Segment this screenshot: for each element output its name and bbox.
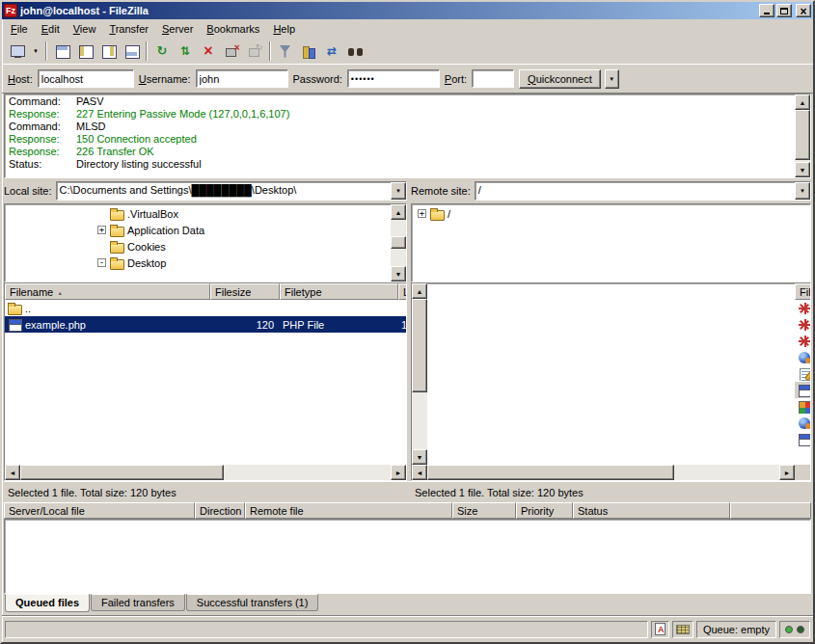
scrollbar-track[interactable] — [412, 299, 427, 449]
cancel-button[interactable] — [197, 40, 220, 63]
queue-column-header[interactable]: Status — [573, 502, 730, 519]
queue-column-header[interactable]: Server/Local file — [4, 502, 195, 519]
scroll-up-button[interactable] — [391, 204, 406, 220]
caption-buttons — [759, 4, 811, 17]
queue-column-header[interactable]: Size — [452, 502, 516, 519]
combo-dropdown-button[interactable] — [391, 182, 406, 200]
find-button[interactable] — [343, 40, 367, 63]
scroll-right-button[interactable] — [779, 465, 795, 480]
scroll-left-button[interactable] — [5, 465, 20, 480]
file-row[interactable]: index.php 267 — [795, 431, 810, 447]
queue-column-header[interactable]: Direction — [195, 502, 245, 519]
password-input[interactable] — [347, 69, 440, 88]
menu-item[interactable]: Help — [266, 21, 302, 37]
site-manager-button[interactable] — [6, 40, 29, 63]
file-name: .. — [25, 303, 31, 314]
close-button[interactable] — [796, 4, 811, 17]
scrollbar-thumb[interactable] — [412, 299, 427, 392]
log-vertical-scrollbar[interactable] — [795, 94, 810, 177]
menu-item[interactable]: Edit — [35, 21, 67, 37]
maximize-button[interactable] — [776, 4, 792, 17]
filter-button[interactable] — [274, 40, 297, 63]
file-row[interactable]: favicon.ico 7,782 — [795, 398, 810, 415]
menu-item[interactable]: View — [67, 21, 103, 37]
local-horizontal-scrollbar[interactable] — [5, 465, 406, 480]
scrollbar-thumb[interactable] — [427, 465, 674, 480]
file-row[interactable]: bitnami.css 2,142 — [795, 365, 810, 382]
scrollbar-track[interactable] — [427, 465, 779, 480]
menu-item[interactable]: File — [4, 21, 35, 37]
tree-item[interactable]: + / — [412, 205, 810, 222]
scroll-up-button[interactable] — [412, 283, 427, 299]
queue-column-header[interactable]: Priority — [516, 502, 573, 519]
queue-column-header[interactable]: Remote file — [245, 502, 452, 519]
tree-expander[interactable]: + — [97, 226, 106, 234]
file-row[interactable]: apache_pb2.png 1,463 — [795, 316, 810, 333]
column-header[interactable]: Filename — [5, 283, 210, 300]
site-manager-dropdown-button[interactable] — [29, 40, 42, 63]
toggle-message-log-button[interactable] — [50, 40, 73, 63]
menu-item[interactable]: Server — [155, 21, 200, 37]
reconnect-button[interactable] — [243, 40, 266, 63]
file-row[interactable]: index.html 202 — [795, 415, 810, 431]
refresh-button[interactable] — [150, 40, 174, 63]
scrollbar-thumb[interactable] — [391, 236, 406, 249]
combo-dropdown-button[interactable] — [795, 182, 810, 200]
queue-tab[interactable]: Successful transfers (1) — [186, 594, 319, 611]
quickconnect-button[interactable]: Quickconnect — [519, 69, 601, 89]
remote-vertical-scrollbar[interactable] — [412, 283, 427, 465]
file-row[interactable]: applications.html 2,713 — [795, 349, 810, 365]
file-row[interactable]: apache_pb2.gif 2,414 — [795, 300, 810, 316]
scroll-up-button[interactable] — [795, 94, 810, 110]
scroll-down-button[interactable] — [412, 449, 427, 465]
local-tree-vertical-scrollbar[interactable] — [391, 204, 406, 282]
tree-expander[interactable]: + — [418, 209, 426, 218]
column-header[interactable]: Last modified — [398, 283, 406, 300]
username-input[interactable] — [196, 69, 288, 88]
remote-site-combobox[interactable]: / — [475, 181, 811, 201]
titlebar[interactable]: Fz john@localhost - FileZilla — [2, 2, 813, 19]
file-row[interactable]: example.php 120 PHP File 1 — [5, 316, 406, 333]
column-header[interactable]: Filename — [795, 283, 810, 300]
disconnect-button[interactable] — [220, 40, 243, 63]
port-input[interactable] — [472, 69, 514, 88]
minimize-button[interactable] — [759, 4, 774, 17]
local-file-list: Filename Filesize Filetype Last modified — [4, 282, 407, 481]
menu-item[interactable]: Bookmarks — [200, 21, 266, 37]
local-site-combobox[interactable]: C:\Documents and Settings\████████\Deskt… — [56, 181, 407, 201]
column-header[interactable]: Filesize — [210, 283, 280, 300]
host-input[interactable] — [38, 69, 134, 88]
toggle-local-tree-button[interactable] — [73, 40, 96, 63]
queue-tab[interactable]: Queued files — [5, 594, 90, 612]
sync-browsing-button[interactable] — [320, 40, 343, 63]
file-row[interactable]: apache_pb2_ani.gif 2,160 — [795, 333, 810, 349]
scrollbar-thumb[interactable] — [20, 465, 224, 480]
remote-horizontal-scrollbar[interactable] — [412, 465, 795, 480]
scroll-right-button[interactable] — [391, 465, 406, 480]
scroll-left-button[interactable] — [412, 465, 427, 480]
quickconnect-dropdown-button[interactable] — [605, 69, 619, 89]
column-header[interactable]: Filetype — [280, 283, 398, 300]
compare-button[interactable] — [297, 40, 320, 63]
file-list-section: Filename Filesize Filetype Last modified — [4, 282, 811, 481]
toggle-queue-button[interactable] — [120, 40, 143, 63]
tree-item[interactable]: .VirtualBox — [5, 205, 391, 222]
queue-tab[interactable]: Failed transfers — [91, 594, 185, 611]
tree-item[interactable]: Cookies — [5, 238, 391, 255]
tree-item[interactable]: + Application Data — [5, 222, 391, 238]
local-file-rows: .. example.php 120 PHP File 1 — [5, 300, 406, 465]
process-queue-button[interactable] — [174, 40, 197, 63]
column-header-label: Server/Local file — [9, 504, 85, 518]
scrollbar-track[interactable] — [391, 220, 406, 266]
scroll-down-button[interactable] — [391, 266, 406, 282]
file-row[interactable]: example.php 120 — [795, 382, 810, 398]
scroll-down-button[interactable] — [795, 162, 810, 177]
tree-item[interactable]: - Desktop — [5, 255, 391, 271]
file-row[interactable]: .. — [5, 300, 406, 316]
menu-item[interactable]: Transfer — [102, 21, 155, 37]
scrollbar-track[interactable] — [795, 110, 810, 162]
tree-expander[interactable]: - — [97, 258, 106, 267]
scrollbar-thumb[interactable] — [795, 110, 810, 160]
scrollbar-track[interactable] — [20, 465, 391, 480]
toggle-remote-tree-button[interactable] — [96, 40, 120, 63]
